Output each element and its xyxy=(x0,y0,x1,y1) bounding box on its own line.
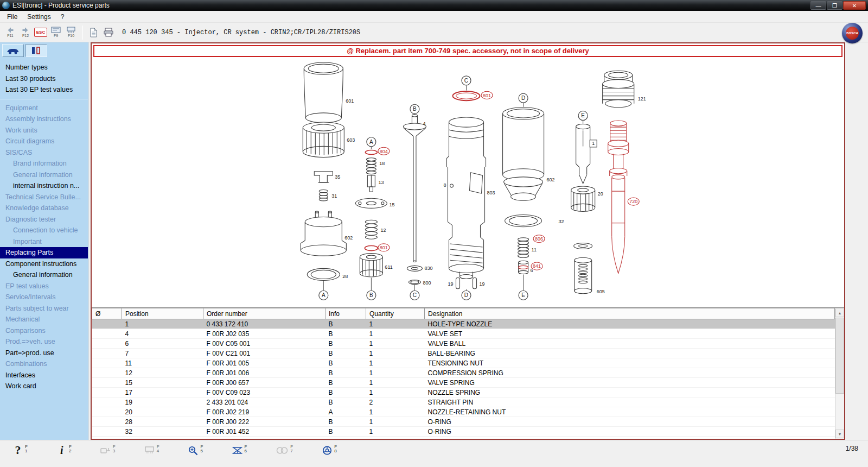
scroll-down-icon[interactable]: ▼ xyxy=(835,430,844,438)
scrollbar-thumb[interactable] xyxy=(835,318,844,394)
document-button[interactable] xyxy=(86,24,100,41)
sidebar-item-sis-cas[interactable]: SIS/CAS xyxy=(0,147,88,159)
help-button[interactable]: ? F1 xyxy=(12,444,28,459)
part-injector-body-8[interactable] xyxy=(446,117,486,279)
parts-table-row[interactable]: 10 433 172 410B1HOLE-TYPE NOZZLE xyxy=(92,319,835,329)
col-info[interactable]: Info xyxy=(326,308,366,319)
sidebar-item-component-instructions[interactable]: Component instructions xyxy=(0,258,88,270)
sidebar-item-connection-to-vehicle[interactable]: Connection to vehicle xyxy=(0,225,88,236)
sidebar-item-prod-veh-use[interactable]: Prod.=>veh. use xyxy=(0,336,88,348)
close-button[interactable]: ✕ xyxy=(843,1,866,10)
sidebar-item-diagnostic-tester[interactable]: Diagnostic tester xyxy=(0,214,88,225)
part-valve-6[interactable] xyxy=(519,261,528,274)
sidebar-item-assembly-instructions[interactable]: Assembly instructions xyxy=(0,113,88,125)
sidebar-item-circuit-diagrams[interactable]: Circuit diagrams xyxy=(0,136,88,147)
parts-table-row[interactable]: 28F 00R J00 222B1O-RING xyxy=(92,417,835,427)
part-o-ring-801-large[interactable] xyxy=(452,91,480,100)
part-disc-15[interactable] xyxy=(355,198,387,208)
parts-table-row[interactable]: 20F 00R J02 219A1NOZZLE-RETAINING NUT xyxy=(92,407,835,417)
sidebar-item-important[interactable]: Important xyxy=(0,236,88,248)
sidebar-item-internal-instruction-n[interactable]: internal instruction n... xyxy=(0,180,88,192)
parts-table-row[interactable]: 4F 00R J02 035B1VALVE SET xyxy=(92,329,835,339)
sidebar-item-replacing-parts[interactable]: Replacing Parts xyxy=(0,247,88,258)
sidebar-item-knowledge-database[interactable]: Knowledge database xyxy=(0,203,88,214)
parts-table-row[interactable]: 192 433 201 024B2STRAIGHT PIN xyxy=(92,397,835,407)
info-button[interactable]: i F2 xyxy=(56,444,72,459)
parts-table-row[interactable]: 15F 00R J00 657B1VALVE SPRING xyxy=(92,378,835,388)
part-valve-piece-13[interactable] xyxy=(367,175,375,192)
sidebar-item-technical-service-bulle[interactable]: Technical Service Bulle... xyxy=(0,192,88,203)
sidebar-item-equipment[interactable]: Equipment xyxy=(0,103,88,114)
sidebar-item-comparisons[interactable]: Comparisons xyxy=(0,325,88,337)
part-spring-31[interactable] xyxy=(319,190,328,201)
sidebar-item-ep-test-values[interactable]: EP test values xyxy=(0,281,88,292)
scroll-up-icon[interactable]: ▲ xyxy=(835,308,844,317)
parts-table-row[interactable]: 6F 00V C05 001B1VALVE BALL xyxy=(92,339,835,349)
sidebar-item-brand-information[interactable]: Brand information xyxy=(0,158,88,169)
sidebar-tab-parts[interactable] xyxy=(25,44,47,57)
menu-settings[interactable]: Settings xyxy=(22,11,55,22)
part-spring-12[interactable] xyxy=(365,220,377,239)
sidebar-item-service-intervals[interactable]: Service/Intervals xyxy=(0,292,88,303)
part-nozzle-assembly-720[interactable] xyxy=(608,121,629,273)
part-o-ring-28[interactable] xyxy=(307,268,340,280)
part-nozzle-1[interactable] xyxy=(576,124,590,184)
part-o-ring-800[interactable] xyxy=(409,280,420,285)
part-washer-e[interactable] xyxy=(574,243,592,249)
col-designation[interactable]: Designation xyxy=(425,308,835,319)
col-position[interactable]: Position xyxy=(122,308,203,319)
sidebar-item-parts-subject-to-wear[interactable]: Parts subject to wear xyxy=(0,303,88,314)
part-o-ring-804[interactable] xyxy=(365,150,377,154)
col-order-number[interactable]: Order number xyxy=(203,308,326,319)
parts-diagram[interactable]: 6016033531602281813151261148308008803191… xyxy=(92,59,844,307)
component-test-button[interactable]: F3 xyxy=(100,444,116,459)
sidebar-tab-vehicle[interactable] xyxy=(2,44,24,57)
f9-button[interactable]: F9 xyxy=(49,24,63,41)
part-spring-11[interactable] xyxy=(518,238,529,258)
sidebar-item-mechanical[interactable]: Mechanical xyxy=(0,314,88,325)
part-clamp-35[interactable] xyxy=(314,172,333,182)
sidebar-item-last-30-ep-test-values[interactable]: Last 30 EP test values xyxy=(0,84,88,96)
forward-button[interactable]: F12 xyxy=(18,24,33,41)
sidebar-item-part-prod-use[interactable]: Part=>prod. use xyxy=(0,348,88,359)
sidebar-item-number-types[interactable]: Number types xyxy=(0,62,88,73)
part-valve-4[interactable] xyxy=(403,115,426,262)
f10-button[interactable]: F10 xyxy=(64,24,78,41)
parts-table-row[interactable]: 12F 00R J01 006B1COMPRESSION SPRING xyxy=(92,368,835,378)
minimize-button[interactable]: — xyxy=(810,1,826,10)
part-valve-body-602[interactable] xyxy=(301,211,346,256)
part-retaining-nut-20[interactable] xyxy=(571,186,595,211)
part-knurled-nut-603[interactable] xyxy=(303,122,344,157)
functions-button[interactable]: F7 xyxy=(275,444,293,459)
part-spring-18[interactable] xyxy=(366,158,376,174)
table-scrollbar[interactable]: ▲ ▼ xyxy=(835,308,844,439)
sidebar-item-work-units[interactable]: Work units xyxy=(0,125,88,136)
part-pin-19a[interactable] xyxy=(456,278,459,289)
parts-table-row[interactable]: 32F 00R J01 452B1O-RING xyxy=(92,427,835,437)
sidebar-item-general-information[interactable]: General information xyxy=(0,169,88,181)
menu-file[interactable]: File xyxy=(2,11,22,22)
part-filter-cup-601[interactable] xyxy=(304,62,343,123)
sidebar-item-work-card[interactable]: Work card xyxy=(0,381,88,392)
part-cylinder-602[interactable] xyxy=(503,108,544,200)
part-o-ring-32[interactable] xyxy=(505,215,542,227)
escape-button[interactable]: ESC xyxy=(34,24,48,41)
part-pin-19b[interactable] xyxy=(473,278,477,289)
parts-table-row[interactable]: 7F 00V C21 001B1BALL-BEARING xyxy=(92,349,835,358)
parts-table-row[interactable]: 17F 00V C09 023B1NOZZLE SPRING xyxy=(92,388,835,397)
parts-table-row[interactable]: 11F 00R J01 005B1TENSIONING NUT xyxy=(92,358,835,368)
menu-help[interactable]: ? xyxy=(56,11,69,22)
back-button[interactable]: F11 xyxy=(3,24,17,41)
col-marker[interactable]: Ø xyxy=(92,308,122,319)
sidebar-item-general-information[interactable]: General information xyxy=(0,269,88,281)
part-o-ring-801-small[interactable] xyxy=(365,246,378,251)
col-quantity[interactable]: Quantity xyxy=(366,308,425,319)
part-sleeve-605[interactable] xyxy=(575,257,592,294)
sidebar-item-interfaces[interactable]: Interfaces xyxy=(0,370,88,381)
sidebar-item-last-30-products[interactable]: Last 30 products xyxy=(0,73,88,85)
zoom-button[interactable]: F5 xyxy=(188,444,203,459)
part-knurled-nut-611[interactable] xyxy=(360,254,382,277)
sidebar-item-combinations[interactable]: Combinations xyxy=(0,358,88,370)
control-unit-button[interactable]: F4 xyxy=(144,444,159,459)
maximize-button[interactable]: ❐ xyxy=(827,1,843,10)
